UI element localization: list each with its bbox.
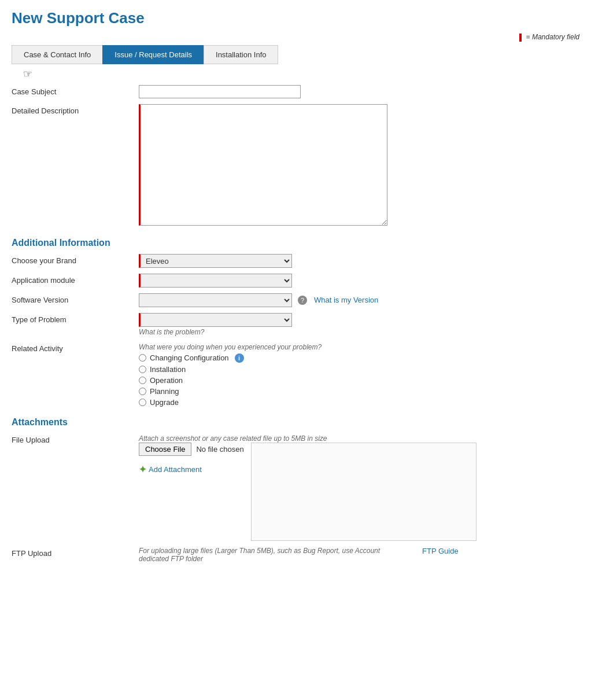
tab-cursor-indicator: ☞ [23,68,579,80]
related-activity-control: What were you doing when you experienced… [139,342,579,407]
radio-operation[interactable]: Operation [139,376,579,385]
ftp-upload-label: FTP Upload [12,547,139,558]
software-version-row: Software Version ? What is my Version [12,293,579,307]
case-subject-row: Case Subject [12,85,579,98]
related-activity-radio-group: Changing Configuration i Installation Op… [139,353,579,407]
radio-installation-input[interactable] [139,366,146,373]
related-activity-label: Related Activity [12,342,139,353]
tab-case-contact[interactable]: Case & Contact Info [12,45,102,64]
radio-operation-input[interactable] [139,377,146,384]
file-upload-left: Choose File No file chosen ✦ Add Attachm… [139,443,244,475]
attachments-title: Attachments [12,417,579,428]
brand-select[interactable]: Eleveo ZOOM International Other [139,254,292,268]
ftp-upload-row: FTP Upload For uploading large files (La… [12,547,579,563]
mandatory-bar-icon [519,34,522,42]
file-preview-box [251,443,477,541]
file-choose-row: Choose File No file chosen [139,443,244,456]
case-subject-control [139,85,579,98]
detailed-description-control [139,104,579,227]
type-of-problem-control: What is the problem? [139,313,579,336]
file-upload-row: File Upload Attach a screenshot or any c… [12,433,579,541]
type-of-problem-hint: What is the problem? [139,328,579,336]
detailed-description-label: Detailed Description [12,104,139,115]
software-version-select[interactable] [139,293,292,307]
tab-installation[interactable]: Installation Info [204,45,278,64]
file-upload-hint: Attach a screenshot or any case related … [139,434,579,443]
software-version-label: Software Version [12,293,139,304]
add-attachment-plus-icon: ✦ [139,464,146,475]
case-subject-input[interactable] [139,85,301,98]
related-activity-row: Related Activity What were you doing whe… [12,342,579,407]
file-upload-label: File Upload [12,433,139,444]
changing-config-info-icon: i [235,353,244,363]
ftp-upload-content: For uploading large files (Larger Than 5… [139,547,459,563]
brand-row: Choose your Brand Eleveo ZOOM Internatio… [12,254,579,268]
brand-label: Choose your Brand [12,254,139,265]
version-help-icon: ? [298,296,307,305]
radio-installation[interactable]: Installation [139,365,579,374]
mandatory-note: = Mandatory field [12,33,579,42]
radio-changing-configuration[interactable]: Changing Configuration i [139,353,579,363]
app-module-label: Application module [12,274,139,285]
app-module-select[interactable] [139,274,292,288]
radio-upgrade-input[interactable] [139,399,146,406]
detailed-description-textarea[interactable] [139,104,387,226]
type-of-problem-label: Type of Problem [12,313,139,324]
app-module-control [139,274,579,288]
tab-bar: Case & Contact Info Issue / Request Deta… [12,45,579,64]
what-is-my-version-link[interactable]: What is my Version [314,296,378,304]
radio-planning-input[interactable] [139,388,146,395]
type-of-problem-row: Type of Problem What is the problem? [12,313,579,336]
ftp-upload-desc: For uploading large files (Larger Than 5… [139,547,393,563]
no-file-chosen-text: No file chosen [196,445,243,454]
ftp-guide-link[interactable]: FTP Guide [422,547,459,555]
software-version-control: ? What is my Version [139,293,579,307]
related-activity-hint: What were you doing when you experienced… [139,343,579,351]
version-row: ? What is my Version [139,293,579,307]
additional-info-title: Additional Information [12,238,579,248]
case-subject-label: Case Subject [12,85,139,96]
choose-file-button[interactable]: Choose File [139,443,191,456]
page-title: New Support Case [12,9,579,27]
tab-issue-request[interactable]: Issue / Request Details [102,45,204,64]
add-attachment-label: Add Attachment [149,465,202,474]
file-upload-area: Choose File No file chosen ✦ Add Attachm… [139,443,579,541]
detailed-description-row: Detailed Description [12,104,579,227]
radio-changing-configuration-input[interactable] [139,354,146,362]
app-module-row: Application module [12,274,579,288]
file-upload-control: Attach a screenshot or any case related … [139,433,579,541]
add-attachment-link[interactable]: ✦ Add Attachment [139,464,244,475]
radio-planning[interactable]: Planning [139,387,579,396]
brand-control: Eleveo ZOOM International Other [139,254,579,268]
radio-upgrade[interactable]: Upgrade [139,398,579,407]
type-of-problem-select[interactable] [139,313,292,327]
